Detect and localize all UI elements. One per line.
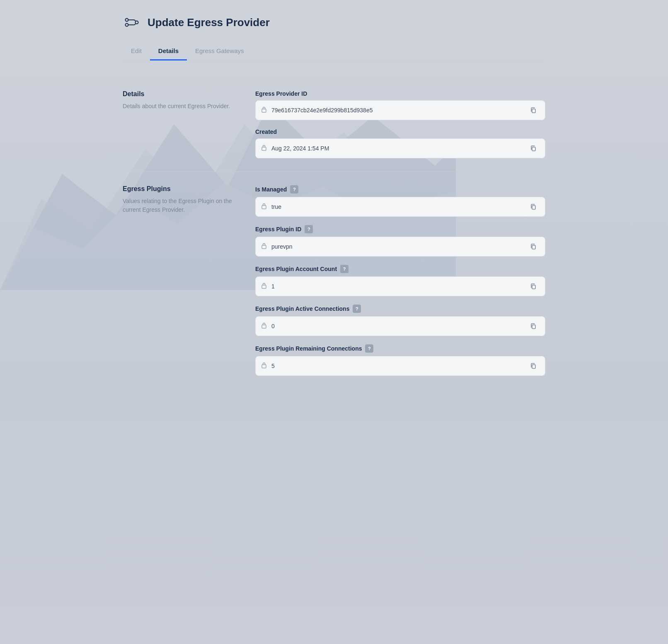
- svg-rect-17: [532, 325, 535, 329]
- created-value: Aug 22, 2024 1:54 PM: [271, 145, 523, 152]
- is-managed-help-badge[interactable]: ?: [290, 185, 298, 194]
- egress-plugin-account-count-field: 1: [255, 276, 545, 296]
- svg-rect-14: [262, 285, 266, 288]
- egress-plugin-active-connections-help-badge[interactable]: ?: [353, 305, 361, 313]
- svg-rect-19: [532, 365, 535, 368]
- lock-icon-remaining-connections: [261, 362, 267, 370]
- svg-rect-8: [262, 147, 266, 150]
- egress-plugin-active-connections-value: 0: [271, 323, 523, 329]
- egress-plugins-section: Egress Plugins Values relating to the Eg…: [123, 172, 545, 389]
- created-group: Created Aug 22, 2024 1:54 PM: [255, 128, 545, 158]
- copy-created-button[interactable]: [527, 142, 540, 155]
- svg-rect-11: [532, 206, 535, 209]
- egress-plugin-id-help-badge[interactable]: ?: [305, 225, 313, 233]
- page-header: Update Egress Provider: [123, 13, 545, 31]
- egress-provider-id-value: 79e616737cb24e2e9fd299b815d938e5: [271, 107, 523, 114]
- svg-rect-9: [532, 147, 535, 151]
- created-field: Aug 22, 2024 1:54 PM: [255, 138, 545, 158]
- egress-plugin-active-connections-label: Egress Plugin Active Connections ?: [255, 305, 545, 313]
- svg-point-5: [136, 21, 138, 24]
- svg-rect-6: [262, 109, 266, 112]
- egress-plugins-section-left: Egress Plugins Values relating to the Eg…: [123, 185, 239, 376]
- details-section-left: Details Details about the current Egress…: [123, 90, 239, 158]
- egress-provider-id-field: 79e616737cb24e2e9fd299b815d938e5: [255, 100, 545, 120]
- route-icon: [123, 13, 141, 31]
- tab-edit[interactable]: Edit: [123, 43, 150, 61]
- is-managed-label: Is Managed ?: [255, 185, 545, 194]
- tab-egress-gateways[interactable]: Egress Gateways: [187, 43, 252, 61]
- lock-icon-egress-plugin-id: [261, 242, 267, 251]
- svg-point-3: [126, 19, 128, 22]
- svg-rect-15: [532, 285, 535, 289]
- svg-rect-12: [262, 245, 266, 249]
- copy-egress-provider-id-button[interactable]: [527, 104, 540, 117]
- lock-icon-created: [261, 144, 267, 153]
- egress-plugin-active-connections-group: Egress Plugin Active Connections ? 0: [255, 305, 545, 336]
- details-section-right: Egress Provider ID 79e616737cb24e2e9fd29…: [255, 90, 545, 158]
- lock-icon: [261, 106, 267, 114]
- egress-plugin-remaining-connections-help-badge[interactable]: ?: [365, 344, 373, 353]
- egress-plugin-id-label: Egress Plugin ID ?: [255, 225, 545, 233]
- egress-provider-id-label: Egress Provider ID: [255, 90, 545, 97]
- tabs-bar: Edit Details Egress Gateways: [123, 43, 545, 61]
- egress-plugins-section-desc: Values relating to the Egress Plugin on …: [123, 197, 239, 214]
- content-area: Details Details about the current Egress…: [123, 61, 545, 389]
- copy-egress-plugin-id-button[interactable]: [527, 240, 540, 253]
- egress-plugin-id-group: Egress Plugin ID ? purevpn: [255, 225, 545, 257]
- svg-point-4: [126, 24, 128, 27]
- egress-plugin-id-value: purevpn: [271, 243, 523, 250]
- egress-plugin-remaining-connections-field: 5: [255, 356, 545, 376]
- svg-rect-10: [262, 206, 266, 209]
- egress-plugin-remaining-connections-group: Egress Plugin Remaining Connections ? 5: [255, 344, 545, 376]
- tab-details[interactable]: Details: [150, 43, 187, 61]
- copy-is-managed-button[interactable]: [527, 200, 540, 213]
- lock-icon-is-managed: [261, 203, 267, 211]
- egress-plugin-account-count-label: Egress Plugin Account Count ?: [255, 265, 545, 273]
- egress-plugin-remaining-connections-value: 5: [271, 363, 523, 369]
- egress-plugin-account-count-value: 1: [271, 283, 523, 290]
- lock-icon-active-connections: [261, 322, 267, 330]
- egress-provider-id-group: Egress Provider ID 79e616737cb24e2e9fd29…: [255, 90, 545, 120]
- egress-plugin-id-field: purevpn: [255, 237, 545, 257]
- svg-rect-7: [532, 109, 535, 113]
- copy-egress-plugin-remaining-connections-button[interactable]: [527, 359, 540, 373]
- created-label: Created: [255, 128, 545, 135]
- is-managed-group: Is Managed ? true: [255, 185, 545, 217]
- copy-egress-plugin-account-count-button[interactable]: [527, 280, 540, 293]
- details-section-title: Details: [123, 90, 239, 98]
- is-managed-field: true: [255, 197, 545, 217]
- lock-icon-account-count: [261, 282, 267, 291]
- copy-egress-plugin-active-connections-button[interactable]: [527, 320, 540, 333]
- details-section-desc: Details about the current Egress Provide…: [123, 102, 239, 111]
- page-title: Update Egress Provider: [148, 16, 270, 29]
- egress-plugins-section-title: Egress Plugins: [123, 185, 239, 193]
- egress-plugin-account-count-help-badge[interactable]: ?: [340, 265, 349, 273]
- svg-rect-18: [262, 365, 266, 368]
- egress-plugin-remaining-connections-label: Egress Plugin Remaining Connections ?: [255, 344, 545, 353]
- egress-plugin-account-count-group: Egress Plugin Account Count ? 1: [255, 265, 545, 296]
- svg-rect-16: [262, 325, 266, 328]
- svg-rect-13: [532, 245, 535, 249]
- details-section: Details Details about the current Egress…: [123, 77, 545, 172]
- egress-plugin-active-connections-field: 0: [255, 316, 545, 336]
- egress-plugins-section-right: Is Managed ? true: [255, 185, 545, 376]
- is-managed-value: true: [271, 203, 523, 210]
